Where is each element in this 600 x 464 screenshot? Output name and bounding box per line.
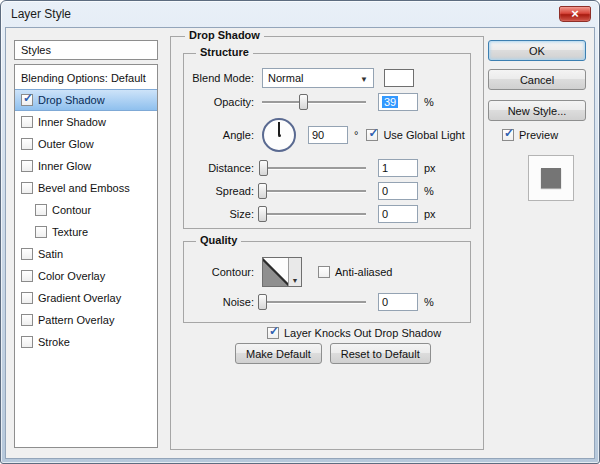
style-item-label: Satin bbox=[38, 248, 63, 260]
noise-field[interactable]: 0 bbox=[378, 293, 418, 311]
spread-unit: % bbox=[424, 185, 434, 197]
use-global-light-label: Use Global Light bbox=[383, 129, 464, 141]
noise-unit: % bbox=[424, 296, 434, 308]
style-item-contour[interactable]: ✓Contour bbox=[15, 199, 157, 221]
style-item-drop-shadow[interactable]: ✓Drop Shadow bbox=[15, 89, 157, 111]
cancel-button[interactable]: Cancel bbox=[488, 69, 586, 90]
preview-square-icon bbox=[541, 168, 561, 188]
style-item-satin[interactable]: ✓Satin bbox=[15, 243, 157, 265]
style-item-bevel-and-emboss[interactable]: ✓Bevel and Emboss bbox=[15, 177, 157, 199]
style-item-color-overlay[interactable]: ✓Color Overlay bbox=[15, 265, 157, 287]
default-buttons-row: Make Default Reset to Default bbox=[235, 343, 431, 364]
style-effect-checkbox[interactable]: ✓ bbox=[21, 336, 33, 348]
contour-picker[interactable]: ▼ bbox=[262, 257, 302, 287]
opacity-field[interactable]: 39 bbox=[378, 93, 418, 111]
contour-preview-icon bbox=[263, 258, 288, 286]
style-effect-checkbox[interactable]: ✓ bbox=[21, 182, 33, 194]
noise-slider[interactable] bbox=[262, 294, 366, 310]
reset-to-default-button[interactable]: Reset to Default bbox=[330, 343, 431, 364]
style-item-outer-glow[interactable]: ✓Outer Glow bbox=[15, 133, 157, 155]
size-unit: px bbox=[424, 208, 436, 220]
preview-checkbox[interactable]: ✓ bbox=[502, 129, 514, 141]
anti-aliased-checkbox[interactable]: ✓ bbox=[318, 266, 330, 278]
style-effect-checkbox[interactable]: ✓ bbox=[21, 94, 33, 106]
slider-thumb[interactable] bbox=[258, 183, 267, 199]
distance-label: Distance: bbox=[188, 162, 254, 174]
close-button[interactable]: × bbox=[559, 6, 591, 22]
shadow-color-swatch[interactable] bbox=[384, 69, 414, 87]
new-style-button[interactable]: New Style... bbox=[488, 100, 586, 121]
dialog-body: Styles Blending Options: Default✓Drop Sh… bbox=[5, 27, 595, 459]
anti-aliased-label: Anti-aliased bbox=[335, 266, 392, 278]
use-global-light-checkbox[interactable]: ✓ bbox=[366, 129, 378, 141]
style-effect-checkbox[interactable]: ✓ bbox=[21, 248, 33, 260]
blend-mode-dropdown[interactable]: Normal ▼ bbox=[262, 68, 374, 88]
preview-label: Preview bbox=[519, 129, 558, 141]
size-slider[interactable] bbox=[262, 206, 366, 222]
action-column: OK Cancel New Style... ✓ Preview bbox=[488, 40, 586, 201]
style-item-blending-options-default[interactable]: Blending Options: Default bbox=[15, 67, 157, 89]
style-item-label: Outer Glow bbox=[38, 138, 94, 150]
spread-slider[interactable] bbox=[262, 183, 366, 199]
style-effect-checkbox[interactable]: ✓ bbox=[21, 116, 33, 128]
blend-mode-label: Blend Mode: bbox=[188, 72, 254, 84]
quality-group-title: Quality bbox=[196, 234, 241, 246]
style-effect-checkbox[interactable]: ✓ bbox=[21, 270, 33, 282]
spread-field[interactable]: 0 bbox=[378, 182, 418, 200]
opacity-slider[interactable] bbox=[262, 94, 366, 110]
blend-mode-row: Blend Mode: Normal ▼ bbox=[184, 66, 470, 90]
style-item-pattern-overlay[interactable]: ✓Pattern Overlay bbox=[15, 309, 157, 331]
titlebar[interactable]: Layer Style × bbox=[1, 1, 599, 27]
window-title: Layer Style bbox=[11, 7, 71, 21]
style-item-label: Gradient Overlay bbox=[38, 292, 121, 304]
slider-thumb[interactable] bbox=[259, 160, 268, 176]
style-item-label: Pattern Overlay bbox=[38, 314, 114, 326]
style-item-label: Blending Options: Default bbox=[21, 72, 146, 84]
size-field[interactable]: 0 bbox=[378, 205, 418, 223]
styles-list: Blending Options: Default✓Drop Shadow✓In… bbox=[14, 64, 158, 448]
use-global-light-row: ✓ Use Global Light bbox=[366, 129, 464, 141]
style-item-gradient-overlay[interactable]: ✓Gradient Overlay bbox=[15, 287, 157, 309]
layer-knocks-out-checkbox[interactable]: ✓ bbox=[267, 327, 279, 339]
style-item-stroke[interactable]: ✓Stroke bbox=[15, 331, 157, 353]
style-effect-checkbox[interactable]: ✓ bbox=[21, 138, 33, 150]
angle-label: Angle: bbox=[188, 129, 254, 141]
style-item-texture[interactable]: ✓Texture bbox=[15, 221, 157, 243]
styles-header-label: Styles bbox=[21, 44, 51, 56]
style-preview-thumbnail bbox=[528, 155, 574, 201]
style-item-label: Drop Shadow bbox=[38, 94, 105, 106]
slider-thumb[interactable] bbox=[258, 206, 267, 222]
make-default-button[interactable]: Make Default bbox=[235, 343, 322, 364]
size-row: Size: 0 px bbox=[184, 202, 470, 225]
size-label: Size: bbox=[188, 208, 254, 220]
angle-dial[interactable] bbox=[262, 118, 296, 152]
style-effect-checkbox[interactable]: ✓ bbox=[21, 292, 33, 304]
ok-button[interactable]: OK bbox=[488, 40, 586, 61]
preview-row: ✓ Preview bbox=[502, 129, 586, 141]
distance-slider[interactable] bbox=[262, 160, 366, 176]
style-effect-checkbox[interactable]: ✓ bbox=[35, 204, 47, 216]
spread-label: Spread: bbox=[188, 185, 254, 197]
blend-mode-value: Normal bbox=[268, 72, 303, 84]
style-effect-checkbox[interactable]: ✓ bbox=[21, 160, 33, 172]
slider-thumb[interactable] bbox=[258, 294, 267, 310]
noise-value: 0 bbox=[382, 296, 388, 308]
check-icon: ✓ bbox=[269, 326, 279, 336]
slider-thumb[interactable] bbox=[299, 94, 308, 110]
layer-style-dialog: Layer Style × Styles Blending Options: D… bbox=[0, 0, 600, 464]
structure-group: Structure Blend Mode: Normal ▼ Opacity: bbox=[183, 53, 471, 229]
style-item-inner-glow[interactable]: ✓Inner Glow bbox=[15, 155, 157, 177]
style-effect-checkbox[interactable]: ✓ bbox=[35, 226, 47, 238]
opacity-label: Opacity: bbox=[188, 96, 254, 108]
style-item-inner-shadow[interactable]: ✓Inner Shadow bbox=[15, 111, 157, 133]
contour-dropdown-arrow[interactable]: ▼ bbox=[288, 258, 301, 286]
style-item-label: Inner Shadow bbox=[38, 116, 106, 128]
style-item-label: Texture bbox=[52, 226, 88, 238]
structure-group-title: Structure bbox=[196, 46, 253, 58]
style-effect-checkbox[interactable]: ✓ bbox=[21, 314, 33, 326]
styles-panel-header: Styles bbox=[14, 40, 158, 60]
angle-field[interactable]: 90 bbox=[308, 126, 348, 144]
distance-field[interactable]: 1 bbox=[378, 159, 418, 177]
slider-track bbox=[262, 101, 366, 104]
spread-value: 0 bbox=[382, 185, 388, 197]
